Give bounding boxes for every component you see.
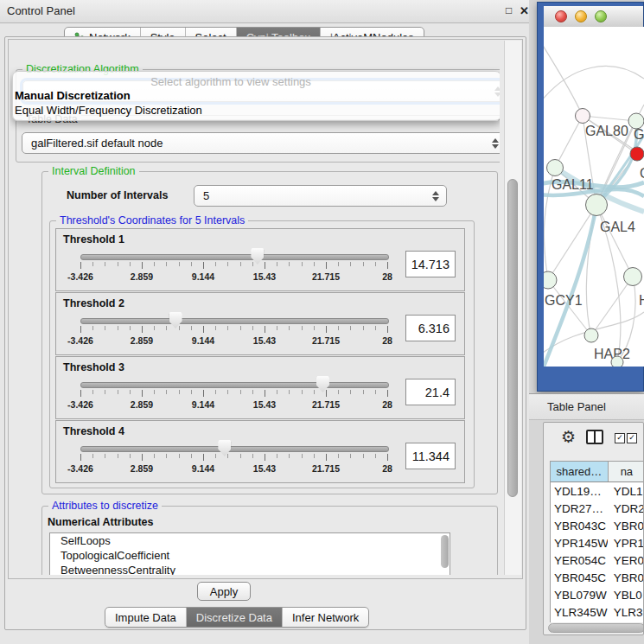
- number-of-intervals-value: 5: [203, 189, 209, 202]
- attribute-item-betweennesscentrality[interactable]: BetweennessCentrality: [50, 563, 450, 575]
- table-row[interactable]: YBR045CYBR0: [551, 569, 644, 586]
- mac-minimize-button[interactable]: [575, 10, 587, 22]
- table-row[interactable]: YBR043CYBR0: [551, 517, 644, 534]
- threshold-value-field[interactable]: 21.4: [405, 379, 456, 405]
- minor-tick: [92, 262, 93, 266]
- major-tick: [80, 454, 81, 461]
- apply-button[interactable]: Apply: [197, 582, 251, 601]
- table-cell: YIL052C: [551, 621, 609, 622]
- mac-close-button[interactable]: [555, 10, 567, 22]
- minor-tick: [227, 326, 228, 330]
- float-window-icon[interactable]: □: [506, 4, 512, 16]
- tick-label: 2.859: [131, 463, 153, 474]
- close-panel-icon[interactable]: ✕: [520, 4, 529, 17]
- network-canvas[interactable]: GAL80GACGAL11GAL4GCY1HHAP2: [544, 27, 644, 367]
- table-cell: YDL1: [609, 482, 644, 500]
- numerical-attributes-list[interactable]: SelfLoopsTopologicalCoefficientBetweenne…: [49, 532, 450, 575]
- threshold-slider[interactable]: -3.4262.8599.14415.4321.71528: [80, 316, 387, 350]
- slider-track[interactable]: [80, 254, 389, 260]
- table-cell: YIL0: [609, 621, 644, 622]
- threshold-value-field[interactable]: 11.344: [405, 443, 456, 469]
- number-of-intervals-combobox[interactable]: 5: [194, 185, 447, 207]
- bottom-tab-impute-data-label: Impute Data: [115, 611, 176, 624]
- table-row[interactable]: YDR27…YDR2: [551, 500, 644, 517]
- attribute-item-selfloops[interactable]: SelfLoops: [50, 533, 450, 548]
- minor-tick: [375, 326, 376, 330]
- table-row[interactable]: YIL052CYIL0: [551, 621, 644, 622]
- bottom-tab-impute-data[interactable]: Impute Data: [105, 608, 187, 627]
- tick-label: 28: [382, 335, 392, 346]
- tick-label: 15.43: [253, 335, 276, 346]
- table-row[interactable]: YER054CYER0: [551, 552, 644, 569]
- table-data-combobox[interactable]: galFiltered.sif default node: [22, 132, 500, 154]
- minor-tick: [105, 390, 105, 394]
- minor-tick: [105, 326, 105, 330]
- minor-tick: [289, 390, 290, 394]
- network-node-gcy1[interactable]: [544, 271, 557, 289]
- table-cell: YBR0: [609, 517, 644, 534]
- table-rows: YDL19…YDL1YDR27…YDR2YBR043CYBR0YPR145WYP…: [551, 482, 644, 622]
- minor-tick: [363, 454, 364, 458]
- table-horizontal-scrollbar[interactable]: [548, 623, 644, 633]
- threshold-list: Threshold 1-3.4262.8599.14415.4321.71528…: [55, 228, 465, 484]
- table-row[interactable]: YPR145WYPR1: [551, 534, 644, 552]
- tick-label: 9.144: [192, 399, 214, 410]
- network-node-h[interactable]: [624, 268, 642, 286]
- minor-tick: [289, 454, 290, 458]
- major-tick: [142, 262, 143, 269]
- threshold-slider[interactable]: -3.4262.8599.14415.4321.71528: [80, 443, 387, 478]
- minor-tick: [154, 390, 155, 394]
- slider-track[interactable]: [80, 446, 389, 452]
- algorithm-option-equal-width-frequency-discretization[interactable]: Equal Width/Frequency Discretization: [15, 104, 202, 117]
- checkbox-checked-icon[interactable]: ✓: [627, 433, 637, 443]
- bottom-tabs: Impute DataDiscretize DataInfer Network: [105, 607, 369, 628]
- main-scrollbar-thumb[interactable]: [507, 179, 518, 497]
- main-scrollbar[interactable]: [504, 41, 521, 575]
- threshold-slider[interactable]: -3.4262.8599.14415.4321.71528: [80, 252, 387, 286]
- network-node-gal11[interactable]: [547, 160, 564, 176]
- network-node-hap2[interactable]: [584, 328, 598, 342]
- table-row[interactable]: YLR345WYLR3: [551, 603, 644, 621]
- algorithm-option-manual-discretization[interactable]: Manual Discretization: [15, 89, 131, 102]
- bottom-tab-discretize-data[interactable]: Discretize Data: [187, 608, 283, 627]
- node-attribute-table[interactable]: shared…na YDL19…YDL1YDR27…YDR2YBR043CYBR…: [550, 461, 644, 622]
- bottom-tab-infer-network-label: Infer Network: [292, 611, 359, 624]
- major-tick: [80, 326, 81, 333]
- minor-tick: [154, 262, 155, 266]
- minor-tick: [240, 326, 241, 330]
- attribute-item-topologicalcoefficient[interactable]: TopologicalCoefficient: [50, 548, 450, 563]
- minor-tick: [314, 390, 315, 394]
- table-cell: YER054C: [551, 552, 609, 569]
- settings-gear-icon[interactable]: ⚙: [561, 427, 576, 447]
- threshold-value-field[interactable]: 6.316: [405, 315, 456, 341]
- column-header-shared[interactable]: shared…: [551, 462, 609, 481]
- network-node-gal80[interactable]: [576, 109, 590, 124]
- tick-label: 15.43: [253, 271, 276, 282]
- minor-tick: [166, 326, 167, 330]
- table-row[interactable]: YDL19…YDL1: [551, 482, 644, 500]
- network-view-window[interactable]: GAL80GACGAL11GAL4GCY1HHAP2: [537, 2, 644, 392]
- table-row[interactable]: YBL079WYBL0: [551, 586, 644, 603]
- network-window-titlebar[interactable]: [544, 6, 643, 28]
- minor-tick: [215, 262, 216, 266]
- minor-tick: [314, 326, 315, 330]
- bottom-tab-infer-network[interactable]: Infer Network: [283, 608, 368, 627]
- network-node[interactable]: [611, 356, 623, 367]
- major-tick: [203, 390, 204, 397]
- group-title-attributes: Attributes to discretize: [48, 500, 162, 512]
- slider-track[interactable]: [80, 318, 389, 324]
- network-node-c[interactable]: [630, 147, 644, 161]
- attributes-scrollbar[interactable]: [441, 535, 449, 568]
- column-header-na[interactable]: na: [609, 462, 644, 481]
- slider-track[interactable]: [80, 382, 389, 388]
- minor-tick: [191, 326, 192, 330]
- table-cell: YBL0: [609, 586, 644, 603]
- threshold-slider[interactable]: -3.4262.8599.14415.4321.71528: [80, 379, 387, 414]
- mac-zoom-button[interactable]: [595, 10, 607, 22]
- threshold-value-field[interactable]: 14.713: [405, 251, 456, 277]
- minor-tick: [191, 390, 192, 394]
- network-node-gal4[interactable]: [586, 194, 608, 216]
- tick-label: 2.859: [131, 271, 153, 282]
- column-layout-icon[interactable]: [586, 430, 603, 444]
- checkbox-checked-icon[interactable]: ✓: [615, 433, 625, 443]
